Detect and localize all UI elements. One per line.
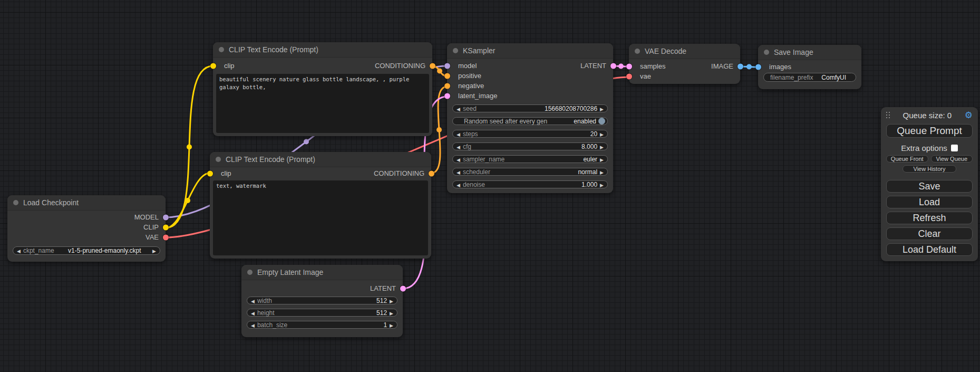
node-clip-text-encode-negative[interactable]: CLIP Text Encode (Prompt) clip CONDITION… xyxy=(210,152,431,259)
widget-value: 1 xyxy=(383,321,387,329)
arrow-right-icon[interactable] xyxy=(390,297,393,304)
load-default-button[interactable]: Load Default xyxy=(886,243,973,256)
arrow-left-icon[interactable] xyxy=(457,156,460,163)
clip-input-slot[interactable] xyxy=(207,170,213,176)
model-output-slot[interactable] xyxy=(163,214,169,220)
latent-image-input-slot[interactable] xyxy=(444,93,450,99)
arrow-left-icon[interactable] xyxy=(457,105,460,112)
extra-options-label: Extra options xyxy=(901,144,947,152)
latent-output-slot[interactable] xyxy=(610,63,616,69)
arrow-left-icon[interactable] xyxy=(17,247,21,254)
queue-front-button[interactable]: Queue Front xyxy=(886,155,928,163)
clip-input-slot[interactable] xyxy=(210,63,216,69)
negative-input-slot[interactable] xyxy=(444,83,450,89)
node-vae-decode[interactable]: VAE Decode samples IMAGE vae xyxy=(629,44,740,84)
arrow-right-icon[interactable] xyxy=(600,130,604,138)
positive-input-slot[interactable] xyxy=(444,73,450,79)
node-title-bar[interactable]: Save Image xyxy=(758,45,861,60)
view-queue-button[interactable]: View Queue xyxy=(931,155,973,163)
arrow-right-icon[interactable] xyxy=(600,168,604,176)
collapse-dot[interactable] xyxy=(247,270,253,275)
drag-handle-icon[interactable] xyxy=(886,112,890,119)
node-title-bar[interactable]: Empty Latent Image xyxy=(241,265,403,280)
arrow-left-icon[interactable] xyxy=(457,130,460,138)
collapse-dot[interactable] xyxy=(764,50,769,55)
input-label-latent-image: latent_image xyxy=(458,92,497,100)
node-title-bar[interactable]: VAE Decode xyxy=(629,44,740,59)
image-output-slot[interactable] xyxy=(738,63,743,69)
arrow-left-icon[interactable] xyxy=(457,168,460,176)
vae-output-slot[interactable] xyxy=(163,234,169,240)
node-save-image[interactable]: Save Image images filename_prefix ComfyU… xyxy=(758,45,861,89)
toggle-icon[interactable] xyxy=(598,118,605,125)
widget-height[interactable]: height 512 xyxy=(247,309,397,317)
negative-prompt-textarea[interactable]: text, watermark xyxy=(213,180,428,255)
node-graph-canvas[interactable]: Load Checkpoint MODEL CLIP VAE ckpt_name… xyxy=(0,0,980,372)
samples-input-slot[interactable] xyxy=(626,63,632,69)
node-title-bar[interactable]: CLIP Text Encode (Prompt) xyxy=(210,152,431,167)
positive-prompt-textarea[interactable]: beautiful scenery nature glass bottle la… xyxy=(216,74,429,133)
widget-width[interactable]: width 512 xyxy=(247,297,397,304)
widget-batch-size[interactable]: batch_size 1 xyxy=(247,321,397,329)
latent-to-samples-link-midpoint-dot[interactable] xyxy=(618,64,624,69)
arrow-right-icon[interactable] xyxy=(390,309,393,317)
clip-output-slot[interactable] xyxy=(163,224,169,230)
extra-options-checkbox[interactable] xyxy=(951,145,958,151)
widget-filename-prefix[interactable]: filename_prefix ComfyUI xyxy=(763,73,856,82)
model-input-slot[interactable] xyxy=(444,63,450,69)
gear-icon[interactable]: ⚙ xyxy=(965,111,973,120)
image-link-midpoint-dot[interactable] xyxy=(746,64,752,70)
widget-ckpt-name[interactable]: ckpt_name v1-5-pruned-emaonly.ckpt xyxy=(13,246,160,255)
arrow-left-icon[interactable] xyxy=(251,309,255,317)
node-ksampler[interactable]: KSampler model LATENT positive negative … xyxy=(447,43,613,193)
save-button[interactable]: Save xyxy=(886,180,973,193)
conditioning-output-slot[interactable] xyxy=(430,63,435,69)
collapse-dot[interactable] xyxy=(635,49,640,54)
positive-conditioning-link-midpoint-dot[interactable] xyxy=(437,69,442,74)
arrow-right-icon[interactable] xyxy=(600,105,604,112)
clear-button[interactable]: Clear xyxy=(886,227,973,240)
collapse-dot[interactable] xyxy=(453,48,458,53)
latent-output-slot[interactable] xyxy=(400,285,406,291)
widget-seed[interactable]: seed 156680208700286 xyxy=(452,104,608,112)
node-clip-text-encode-positive[interactable]: CLIP Text Encode (Prompt) clip CONDITION… xyxy=(213,42,432,136)
widget-random-seed[interactable]: Random seed after every gen enabled xyxy=(452,117,608,125)
collapse-dot[interactable] xyxy=(216,157,221,162)
node-title-bar[interactable]: KSampler xyxy=(447,43,613,59)
queue-prompt-button[interactable]: Queue Prompt xyxy=(886,124,973,138)
widget-steps[interactable]: steps 20 xyxy=(452,130,608,138)
widget-denoise[interactable]: denoise 1.000 xyxy=(452,180,608,188)
clip-to-negative-prompt-link-midpoint-dot[interactable] xyxy=(185,198,190,203)
collapse-dot[interactable] xyxy=(13,200,18,205)
arrow-right-icon[interactable] xyxy=(600,181,604,188)
node-title-bar[interactable]: Load Checkpoint xyxy=(7,195,166,211)
arrow-right-icon[interactable] xyxy=(152,247,156,254)
node-title-bar[interactable]: CLIP Text Encode (Prompt) xyxy=(213,42,432,58)
arrow-right-icon[interactable] xyxy=(390,321,393,329)
vae-input-slot[interactable] xyxy=(626,73,632,79)
model-link-midpoint-dot[interactable] xyxy=(304,139,309,145)
view-history-button[interactable]: View History xyxy=(903,165,956,173)
widget-scheduler[interactable]: scheduler normal xyxy=(452,168,608,176)
load-button[interactable]: Load xyxy=(886,196,973,208)
collapse-dot[interactable] xyxy=(219,47,224,52)
node-empty-latent-image[interactable]: Empty Latent Image LATENT width 512 heig… xyxy=(241,265,403,337)
widget-cfg[interactable]: cfg 8.000 xyxy=(452,142,608,150)
node-load-checkpoint[interactable]: Load Checkpoint MODEL CLIP VAE ckpt_name… xyxy=(7,195,166,262)
conditioning-output-slot[interactable] xyxy=(429,170,434,176)
widget-value: 156680208700286 xyxy=(545,105,597,112)
input-label-model: model xyxy=(458,62,477,70)
widget-sampler-name[interactable]: sampler_name euler xyxy=(452,155,608,163)
negative-conditioning-link-midpoint-dot[interactable] xyxy=(436,127,442,132)
refresh-button[interactable]: Refresh xyxy=(886,212,973,224)
clip-to-positive-prompt-link-midpoint-dot[interactable] xyxy=(187,145,192,150)
images-input-slot[interactable] xyxy=(755,64,761,70)
arrow-left-icon[interactable] xyxy=(457,143,460,150)
input-label-vae: vae xyxy=(640,72,651,80)
arrow-left-icon[interactable] xyxy=(251,321,255,329)
widget-value: euler xyxy=(583,156,597,163)
arrow-right-icon[interactable] xyxy=(600,143,604,150)
arrow-left-icon[interactable] xyxy=(251,297,255,304)
arrow-left-icon[interactable] xyxy=(457,181,460,188)
arrow-right-icon[interactable] xyxy=(600,156,604,163)
